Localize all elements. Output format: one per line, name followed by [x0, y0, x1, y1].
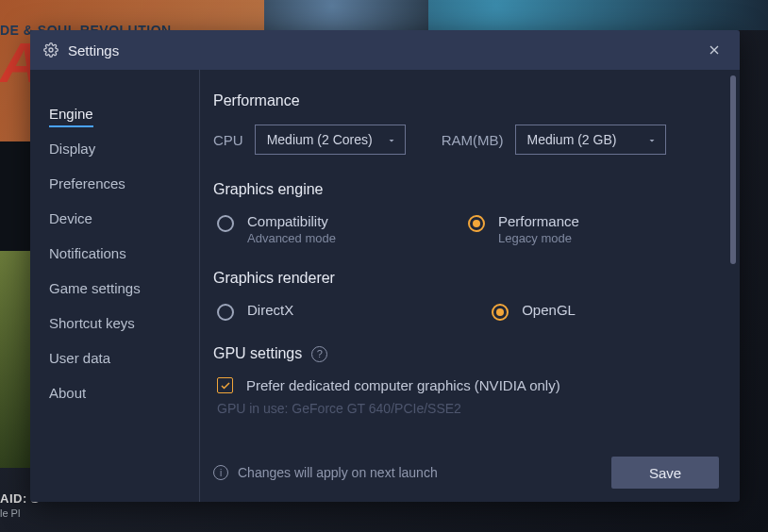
nav-engine[interactable]: Engine [49, 96, 199, 131]
sidebar: Engine Display Preferences Device Notifi… [30, 70, 200, 502]
save-button[interactable]: Save [611, 457, 719, 489]
close-button[interactable] [702, 38, 726, 62]
radio-opengl[interactable]: OpenGL [492, 302, 576, 321]
nav-notifications[interactable]: Notifications [49, 236, 199, 271]
footer-note: Changes will apply on next launch [238, 465, 438, 480]
nav-preferences[interactable]: Preferences [49, 166, 199, 201]
modal-title: Settings [68, 42, 119, 58]
radio-label: Performance [498, 213, 579, 229]
graphics-engine-heading: Graphics engine [213, 181, 713, 198]
svg-point-0 [49, 48, 53, 52]
cpu-label: CPU [213, 132, 243, 148]
bg-game-card-4 [0, 251, 30, 468]
bg-bottom-sub: le Pl [0, 507, 20, 519]
radio-directx[interactable]: DirectX [217, 302, 293, 321]
gpu-settings-heading: GPU settings [213, 345, 302, 362]
graphics-renderer-heading: Graphics renderer [213, 270, 713, 287]
ram-select-value: Medium (2 GB) [527, 132, 617, 147]
radio-sublabel: Advanced mode [247, 231, 336, 245]
radio-performance[interactable]: Performance Legacy mode [468, 213, 579, 245]
prefer-dedicated-checkbox[interactable] [217, 377, 233, 393]
scrollbar[interactable] [730, 75, 736, 264]
info-icon: i [213, 465, 228, 480]
performance-heading: Performance [213, 92, 713, 109]
radio-sublabel: Legacy mode [498, 231, 579, 245]
content-pane: Performance CPU Medium (2 Cores) RAM(MB)… [200, 70, 740, 502]
gpu-in-use-text: GPU in use: GeForce GT 640/PCIe/SSE2 [217, 401, 713, 416]
radio-icon [492, 304, 509, 321]
settings-modal: Settings Engine Display Preferences Devi… [30, 30, 740, 502]
chevron-down-icon [386, 134, 397, 149]
ram-label: RAM(MB) [442, 132, 504, 148]
bg-game-card-3 [428, 0, 768, 30]
radio-icon [217, 215, 234, 232]
radio-label: DirectX [247, 302, 293, 318]
nav-device[interactable]: Device [49, 201, 199, 236]
radio-label: Compatibility [247, 213, 336, 229]
radio-label: OpenGL [522, 302, 576, 318]
gear-icon [43, 42, 58, 58]
radio-icon [217, 304, 234, 321]
nav-display[interactable]: Display [49, 131, 199, 166]
prefer-dedicated-label: Prefer dedicated computer graphics (NVID… [246, 377, 560, 393]
titlebar: Settings [30, 30, 740, 70]
cpu-select-value: Medium (2 Cores) [267, 132, 373, 147]
help-icon[interactable]: ? [311, 346, 327, 362]
cpu-select[interactable]: Medium (2 Cores) [255, 125, 406, 155]
ram-select[interactable]: Medium (2 GB) [515, 125, 666, 155]
nav-about[interactable]: About [49, 375, 199, 410]
radio-icon [468, 215, 485, 232]
chevron-down-icon [646, 134, 658, 149]
nav-shortcut-keys[interactable]: Shortcut keys [49, 306, 199, 341]
nav-user-data[interactable]: User data [49, 341, 199, 375]
bg-game-card-2 [264, 0, 434, 30]
radio-compatibility[interactable]: Compatibility Advanced mode [217, 213, 336, 245]
nav-game-settings[interactable]: Game settings [49, 271, 199, 306]
